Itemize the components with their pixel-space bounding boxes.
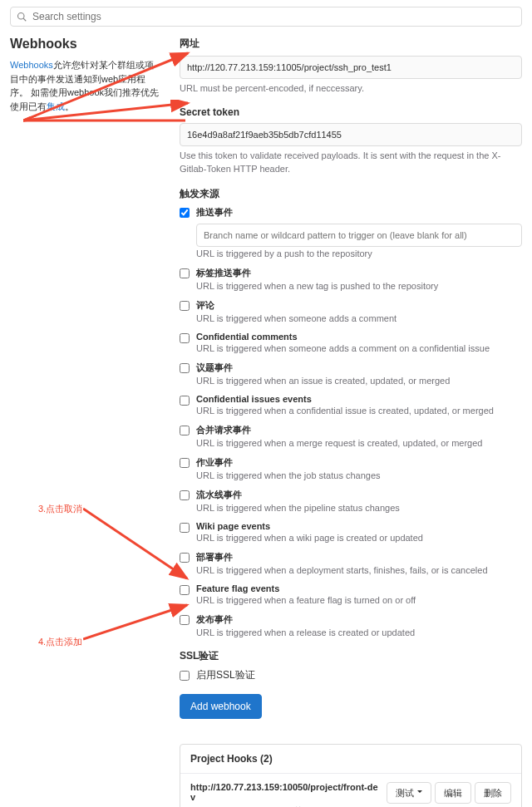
trigger-checkbox-2[interactable] <box>180 301 190 311</box>
trigger-desc: URL is triggered when a deployment start… <box>196 565 522 575</box>
hook-test-button[interactable]: 测试 <box>387 782 431 804</box>
trigger-checkbox-11[interactable] <box>180 585 190 595</box>
search-settings-input[interactable] <box>10 7 522 27</box>
trigger-title: 合并请求事件 <box>196 424 522 436</box>
secret-token-input[interactable] <box>180 123 522 146</box>
hook-edit-button[interactable]: 编辑 <box>435 782 471 804</box>
trigger-title: Confidential comments <box>196 332 522 342</box>
trigger-desc: URL is triggered when a feature flag is … <box>196 595 522 605</box>
hook-url: http://120.77.213.159:10050/project/fron… <box>190 782 380 802</box>
url-label: 网址 <box>180 37 522 51</box>
integrations-link[interactable]: 集成 <box>47 101 65 111</box>
url-input[interactable] <box>180 56 522 79</box>
trigger-title: Confidential issues events <box>196 394 522 404</box>
trigger-title: 作业事件 <box>196 456 522 469</box>
trigger-desc: URL is triggered when a confidential iss… <box>196 406 522 416</box>
trigger-checkbox-8[interactable] <box>180 490 190 500</box>
triggers-label: 触发来源 <box>180 187 522 201</box>
project-hooks-header: Project Hooks (2) <box>180 745 521 774</box>
page-title: Webhooks <box>10 37 160 52</box>
trigger-title: 议题事件 <box>196 362 522 374</box>
add-webhook-button[interactable]: Add webhook <box>180 694 262 719</box>
trigger-desc: URL is triggered when a release is creat… <box>196 627 522 637</box>
trigger-checkbox-5[interactable] <box>180 396 190 406</box>
trigger-checkbox-6[interactable] <box>180 426 190 435</box>
trigger-desc: URL is triggered when a wiki page is cre… <box>196 533 522 543</box>
trigger-checkbox-0[interactable] <box>180 208 190 218</box>
trigger-checkbox-9[interactable] <box>180 523 190 533</box>
trigger-desc: URL is triggered by a push to the reposi… <box>196 248 522 258</box>
trigger-title: 部署事件 <box>196 551 522 563</box>
branch-pattern-input[interactable] <box>196 224 522 247</box>
secret-token-label: Secret token <box>180 106 522 118</box>
trigger-title: Wiki page events <box>196 521 522 531</box>
webhooks-link[interactable]: Webhooks <box>10 60 53 70</box>
trigger-title: 推送事件 <box>196 206 522 219</box>
trigger-desc: URL is triggered when the pipeline statu… <box>196 503 522 513</box>
trigger-desc: URL is triggered when the job status cha… <box>196 470 522 480</box>
trigger-checkbox-10[interactable] <box>180 553 190 563</box>
url-help: URL must be percent-encoded, if neccessa… <box>180 82 522 95</box>
enable-ssl-checkbox[interactable] <box>180 671 190 681</box>
trigger-checkbox-1[interactable] <box>180 268 190 278</box>
trigger-checkbox-3[interactable] <box>180 333 190 343</box>
trigger-checkbox-12[interactable] <box>180 615 190 625</box>
trigger-desc: URL is triggered when an issue is create… <box>196 376 522 386</box>
trigger-desc: URL is triggered when a merge request is… <box>196 438 522 448</box>
trigger-title: 发布事件 <box>196 613 522 626</box>
trigger-desc: URL is triggered when someone adds a com… <box>196 313 522 323</box>
hook-item: http://120.77.213.159:10050/project/fron… <box>180 774 521 807</box>
trigger-title: 流水线事件 <box>196 489 522 501</box>
trigger-title: Feature flag events <box>196 583 522 593</box>
ssl-label: SSL验证 <box>180 649 522 663</box>
secret-token-help: Use this token to validate received payl… <box>180 150 522 175</box>
trigger-title: 标签推送事件 <box>196 267 522 279</box>
enable-ssl-label: 启用SSL验证 <box>196 668 255 682</box>
webhooks-description: Webhooks允许您针对某个群组或项目中的事件发送通知到web应用程序。 如需… <box>10 58 160 113</box>
trigger-title: 评论 <box>196 299 522 312</box>
hook-delete-button[interactable]: 删除 <box>475 782 511 804</box>
trigger-checkbox-4[interactable] <box>180 363 190 373</box>
trigger-checkbox-7[interactable] <box>180 458 190 468</box>
trigger-desc: URL is triggered when someone adds a com… <box>196 343 522 353</box>
trigger-desc: URL is triggered when a new tag is pushe… <box>196 281 522 291</box>
